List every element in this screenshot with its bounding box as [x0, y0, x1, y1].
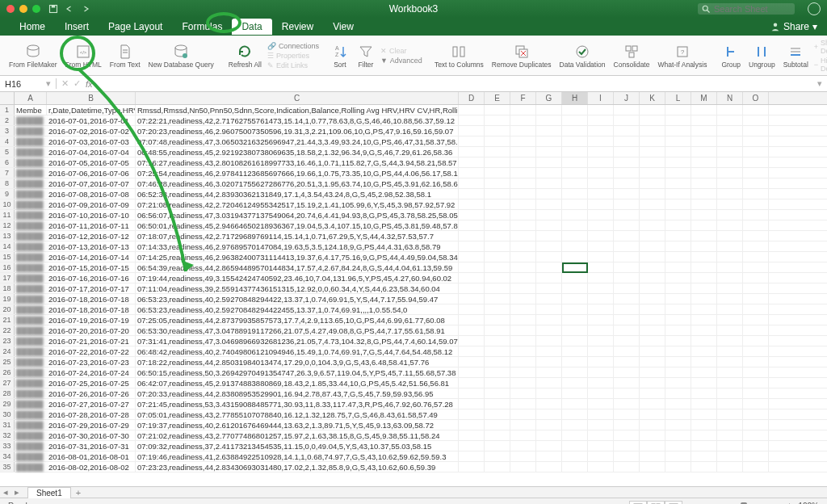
cell[interactable]: 07:19:37,readiness,40,2.61201676469444,1…	[136, 420, 459, 430]
cell[interactable]: 2016-07-15,2016-07-15	[47, 262, 136, 272]
cell[interactable]: 2016-07-27,2016-07-27	[47, 399, 136, 409]
cell[interactable]: 2016-07-04,2016-07-04	[47, 147, 136, 157]
col-header-F[interactable]: F	[510, 92, 536, 104]
cell[interactable]: █████	[15, 136, 47, 146]
cell[interactable]: 2016-08-02,2016-08-02	[47, 462, 136, 472]
cell[interactable]: █████	[15, 336, 47, 346]
cell[interactable]: 06:53:23,readiness,40,2.5927084829442245…	[136, 304, 459, 314]
spreadsheet-grid[interactable]: A B C D E F G H I J K L M N O 1Member,Da…	[0, 92, 827, 486]
col-header-J[interactable]: J	[614, 92, 640, 104]
cell[interactable]: 06:54:39,readiness,44,2.8659448957014483…	[136, 262, 459, 272]
properties-button[interactable]: ☰Properties	[267, 52, 319, 60]
table-row[interactable]: 35█████2016-08-02,2016-08-0207:23:23,rea…	[0, 462, 827, 472]
cell[interactable]: 07:25:05,readiness,44,2.87379935857573,1…	[136, 315, 459, 325]
cell[interactable]: 07:21:08,readiness,42,2.7204612495534251…	[136, 200, 459, 209]
sort-button[interactable]: AZ Sort	[329, 43, 351, 69]
row-header[interactable]: 3	[0, 126, 15, 136]
cell[interactable]: 06:53:30,readiness,47,3.04788919117266,2…	[136, 326, 459, 335]
table-row[interactable]: 24█████2016-07-22,2016-07-2206:48:42,rea…	[0, 346, 827, 357]
cell[interactable]: █████	[15, 346, 47, 356]
cell[interactable]: 2016-07-07,2016-07-07	[47, 178, 136, 188]
cell[interactable]: █████	[15, 242, 47, 251]
select-all-corner[interactable]	[0, 92, 15, 104]
table-row[interactable]: 16█████2016-07-15,2016-07-1506:54:39,rea…	[0, 262, 827, 273]
table-row[interactable]: 5█████2016-07-04,2016-07-0406:48:55,read…	[0, 147, 827, 158]
cell[interactable]: 2016-07-11,2016-07-11	[47, 220, 136, 230]
cell[interactable]: 2016-07-18,2016-07-18	[47, 294, 136, 304]
cell[interactable]: 07:31:41,readiness,47,3.0469896693268123…	[136, 336, 459, 346]
hide-detail-button[interactable]: −Hide Detail	[814, 57, 827, 73]
col-header-C[interactable]: C	[136, 92, 459, 104]
table-row[interactable]: 30█████2016-07-28,2016-07-2807:05:01,rea…	[0, 410, 827, 420]
row-header[interactable]: 5	[0, 147, 15, 157]
cell[interactable]: 2016-07-12,2016-07-12	[47, 231, 136, 241]
cell[interactable]: █████	[15, 158, 47, 167]
cell[interactable]: 2016-07-28,2016-07-28	[47, 410, 136, 419]
table-row[interactable]: 22█████2016-07-20,2016-07-2006:53:30,rea…	[0, 326, 827, 336]
share-button[interactable]: Share ▾	[770, 21, 817, 32]
new-database-query-button[interactable]: New Database Query	[146, 43, 216, 69]
subtotal-button[interactable]: Subtotal	[781, 43, 811, 69]
cell[interactable]: █████	[15, 420, 47, 430]
cell[interactable]: █████	[15, 315, 47, 325]
tab-page-layout[interactable]: Page Layout	[99, 19, 172, 35]
col-header-L[interactable]: L	[665, 92, 691, 104]
cell[interactable]: 2016-07-30,2016-07-30	[47, 430, 136, 440]
cell[interactable]: █████	[15, 147, 47, 157]
table-row[interactable]: 6█████2016-07-05,2016-07-0507:16:27,read…	[0, 158, 827, 168]
remove-duplicates-button[interactable]: Remove Duplicates	[489, 43, 554, 69]
cell[interactable]: █████	[15, 462, 47, 472]
tab-formulas[interactable]: Formulas	[172, 19, 232, 35]
row-header[interactable]: 23	[0, 336, 15, 346]
cell[interactable]: █████	[15, 116, 47, 125]
row-header[interactable]: 9	[0, 189, 15, 199]
table-row[interactable]: 12█████2016-07-11,2016-07-1106:50:01,rea…	[0, 220, 827, 231]
cell[interactable]: 06:48:42,readiness,40,2.7404980612109494…	[136, 346, 459, 356]
row-header[interactable]: 22	[0, 326, 15, 335]
row-header[interactable]: 4	[0, 136, 15, 146]
cell[interactable]: █████	[15, 378, 47, 388]
table-row[interactable]: 19█████2016-07-18,2016-07-1806:53:23,rea…	[0, 294, 827, 304]
cell[interactable]: 2016-07-01,2016-07-01	[47, 116, 136, 125]
cell[interactable]: 07:11:04,readiness,39,2.5591437743615131…	[136, 284, 459, 293]
table-row[interactable]: 15█████2016-07-14,2016-07-1407:14:25,rea…	[0, 252, 827, 262]
expand-formula-icon[interactable]: ▾	[812, 78, 827, 89]
row-header[interactable]: 30	[0, 410, 15, 419]
cell[interactable]: 07:23:23,readiness,44,2.83430693031480,1…	[136, 462, 459, 472]
cell[interactable]: █████	[15, 284, 47, 293]
table-row[interactable]: 2█████2016-07-01,2016-07-0107:22:21,read…	[0, 116, 827, 126]
cell[interactable]: 2016-07-20,2016-07-20	[47, 326, 136, 335]
col-header-H[interactable]: H	[562, 92, 588, 104]
row-header[interactable]: 1	[0, 105, 15, 115]
row-header[interactable]: 27	[0, 378, 15, 388]
table-row[interactable]: 29█████2016-07-27,2016-07-2707:21:45,rea…	[0, 399, 827, 410]
cell[interactable]: █████	[15, 304, 47, 314]
cell[interactable]: █████	[15, 410, 47, 419]
ungroup-button[interactable]: Ungroup	[746, 43, 778, 69]
row-header[interactable]: 8	[0, 178, 15, 188]
cell[interactable]: 07:19:46,readiness,41,2.63884922510928,1…	[136, 452, 459, 461]
row-header[interactable]: 10	[0, 200, 15, 209]
table-row[interactable]: 21█████2016-07-19,2016-07-1907:25:05,rea…	[0, 315, 827, 326]
cell[interactable]: █████	[15, 220, 47, 230]
page-layout-view-button[interactable]	[647, 501, 665, 505]
cell[interactable]: 06:50:15,readiness,50,3.2694297049135474…	[136, 368, 459, 377]
row-header[interactable]: 17	[0, 273, 15, 283]
row-header[interactable]: 29	[0, 399, 15, 409]
cell[interactable]: 07:09:32,readiness,37,2.41173213454535,1…	[136, 441, 459, 451]
cell[interactable]: Membe	[15, 105, 47, 115]
row-header[interactable]: 34	[0, 452, 15, 461]
cell[interactable]: r,Date,Datetime,Type,HRV,ln	[47, 105, 136, 115]
sheet-nav-right-icon[interactable]: ▸	[11, 487, 23, 498]
cell[interactable]: 06:50:01,readiness,45,2.9466465021893636…	[136, 220, 459, 230]
cell[interactable]: 2016-07-31,2016-07-31	[47, 441, 136, 451]
cell[interactable]: 2016-07-06,2016-07-06	[47, 168, 136, 178]
cell[interactable]: 07:14:33,readiness,46,2.97689570147084,1…	[136, 242, 459, 251]
col-header-I[interactable]: I	[588, 92, 614, 104]
cell[interactable]: 2016-07-21,2016-07-21	[47, 336, 136, 346]
cell[interactable]: 07:22:21,readiness,42,2.71762755761473,1…	[136, 116, 459, 125]
undo-icon[interactable]	[65, 4, 74, 14]
group-button[interactable]: Group	[719, 43, 743, 69]
cell[interactable]: █████	[15, 231, 47, 241]
cell[interactable]: █████	[15, 178, 47, 188]
